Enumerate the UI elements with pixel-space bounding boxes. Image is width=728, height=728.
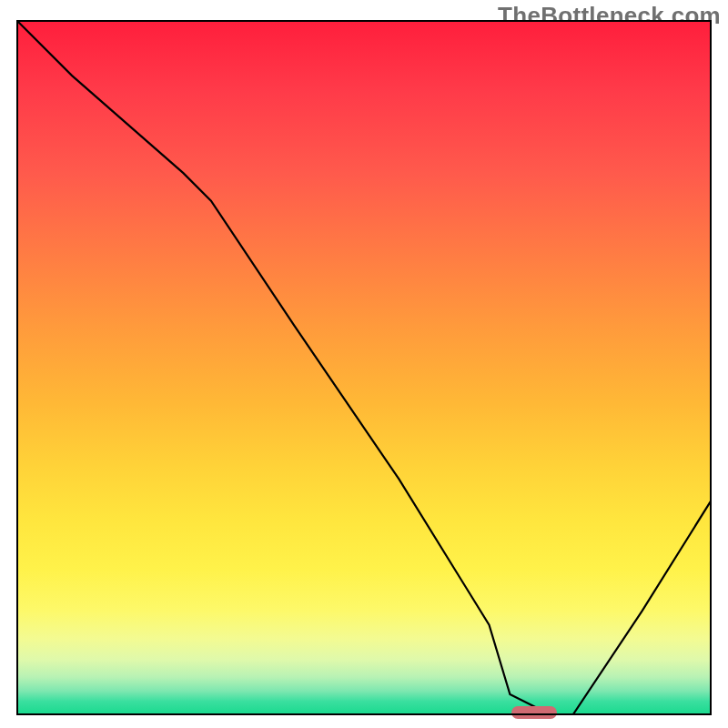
plot-area: [16, 20, 712, 715]
plot-background-gradient: [16, 20, 712, 715]
chart-container: TheBottleneck.com: [0, 0, 728, 728]
